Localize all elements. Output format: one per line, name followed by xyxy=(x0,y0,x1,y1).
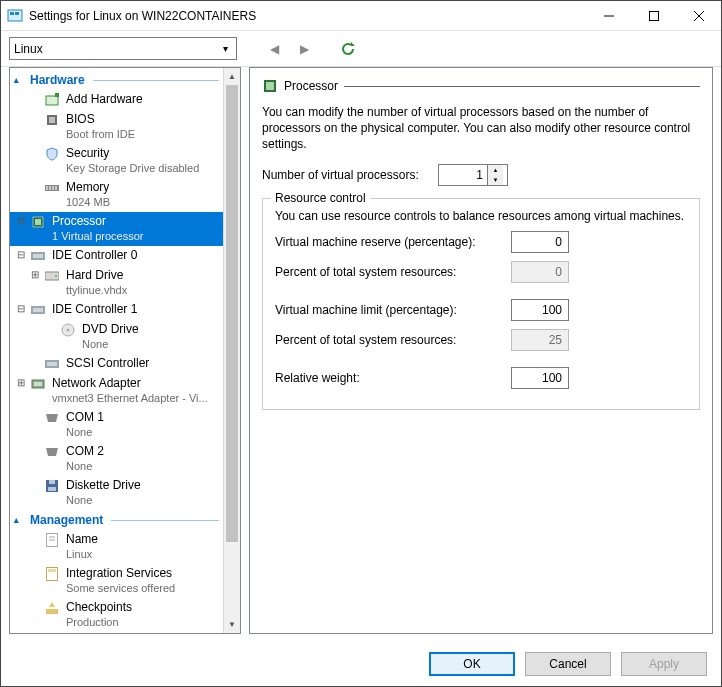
ok-button[interactable]: OK xyxy=(429,652,515,676)
tree-item-hard-drive[interactable]: ⊞ Hard Drivettylinue.vhdx xyxy=(10,266,223,300)
tree-item-checkpoints[interactable]: CheckpointsProduction xyxy=(10,598,223,632)
expand-icon[interactable]: ⊞ xyxy=(14,376,28,390)
scroll-up-button[interactable]: ▲ xyxy=(224,68,240,85)
svg-rect-1 xyxy=(10,12,14,15)
app-icon xyxy=(7,8,23,24)
refresh-button[interactable] xyxy=(337,38,359,60)
svg-rect-32 xyxy=(48,487,56,491)
apply-button[interactable]: Apply xyxy=(621,652,707,676)
chevron-up-icon: ▴ xyxy=(14,515,26,525)
tree-item-network-adapter[interactable]: ⊞ Network Adaptervmxnet3 Ethernet Adapte… xyxy=(10,374,223,408)
controller-icon xyxy=(30,302,46,318)
spinner-up-button[interactable]: ▲ xyxy=(488,165,503,175)
svg-rect-2 xyxy=(15,12,19,15)
tree-item-smart-paging[interactable]: Smart Paging File LocationC:\ProgramData… xyxy=(10,632,223,633)
memory-icon xyxy=(44,180,60,196)
serial-port-icon xyxy=(44,444,60,460)
scroll-down-button[interactable]: ▼ xyxy=(224,616,240,633)
tree-item-security[interactable]: SecurityKey Storage Drive disabled xyxy=(10,144,223,178)
chevron-up-icon: ▴ xyxy=(14,75,26,85)
hardware-section-header[interactable]: ▴ Hardware xyxy=(10,70,223,90)
tree-item-add-hardware[interactable]: Add Hardware xyxy=(10,90,223,110)
vm-selector-dropdown[interactable]: Linux ▾ xyxy=(9,37,237,60)
num-processors-spinner[interactable]: ▲ ▼ xyxy=(438,164,508,186)
limit-pct-display xyxy=(511,329,569,351)
divider xyxy=(93,80,219,81)
controller-icon xyxy=(44,356,60,372)
tree-item-ide0[interactable]: ⊟ IDE Controller 0 xyxy=(10,246,223,266)
expand-icon[interactable]: ⊞ xyxy=(14,214,28,228)
floppy-icon xyxy=(44,478,60,494)
expand-icon[interactable]: ⊞ xyxy=(28,268,42,282)
detail-pane: Processor You can modify the number of v… xyxy=(249,67,713,634)
hardware-section-label: Hardware xyxy=(30,73,85,87)
limit-pct-label: Percent of total system resources: xyxy=(275,333,505,347)
window-title: Settings for Linux on WIN22CONTAINERS xyxy=(29,9,586,23)
num-processors-label: Number of virtual processors: xyxy=(262,168,432,182)
tree-item-ide1[interactable]: ⊟ IDE Controller 1 xyxy=(10,300,223,320)
limit-label: Virtual machine limit (percentage): xyxy=(275,303,505,317)
close-button[interactable] xyxy=(676,1,721,31)
svg-rect-29 xyxy=(34,382,42,386)
svg-rect-38 xyxy=(46,609,58,614)
divider xyxy=(344,86,700,87)
collapse-icon[interactable]: ⊟ xyxy=(14,302,28,316)
tree-item-integration[interactable]: Integration ServicesSome services offere… xyxy=(10,564,223,598)
disc-icon xyxy=(60,322,76,338)
tree-item-dvd-drive[interactable]: DVD DriveNone xyxy=(10,320,223,354)
svg-rect-12 xyxy=(46,186,48,190)
serial-port-icon xyxy=(44,410,60,426)
spinner-down-button[interactable]: ▼ xyxy=(488,175,503,185)
tree-item-name[interactable]: NameLinux xyxy=(10,530,223,564)
reserve-input[interactable] xyxy=(511,231,569,253)
settings-tree: ▴ Hardware Add Hardware BIOSBoot from ID… xyxy=(9,67,241,634)
tree-item-processor[interactable]: ⊞ Processor1 Virtual processor xyxy=(10,212,223,246)
scroll-thumb[interactable] xyxy=(226,85,238,542)
chevron-down-icon: ▾ xyxy=(218,43,232,54)
nav-forward-button[interactable]: ▶ xyxy=(293,38,315,60)
weight-label: Relative weight: xyxy=(275,371,505,385)
tree-item-diskette[interactable]: Diskette DriveNone xyxy=(10,476,223,510)
detail-title: Processor xyxy=(284,79,338,93)
integration-icon xyxy=(44,566,60,582)
collapse-icon[interactable]: ⊟ xyxy=(14,248,28,262)
svg-rect-31 xyxy=(49,480,55,484)
controller-icon xyxy=(30,248,46,264)
limit-input[interactable] xyxy=(511,299,569,321)
processor-icon xyxy=(262,78,278,94)
svg-rect-8 xyxy=(55,93,59,97)
hard-drive-icon xyxy=(44,268,60,284)
svg-rect-14 xyxy=(52,186,54,190)
management-section-header[interactable]: ▴ Management xyxy=(10,510,223,530)
svg-point-25 xyxy=(67,329,70,332)
tree-scrollbar[interactable]: ▲ ▼ xyxy=(223,68,240,633)
management-section-label: Management xyxy=(30,513,103,527)
checkpoints-icon xyxy=(44,600,60,616)
tree-item-com2[interactable]: COM 2None xyxy=(10,442,223,476)
minimize-button[interactable] xyxy=(586,1,631,31)
svg-rect-13 xyxy=(49,186,51,190)
tree-item-bios[interactable]: BIOSBoot from IDE xyxy=(10,110,223,144)
detail-header: Processor xyxy=(262,78,700,94)
svg-rect-37 xyxy=(48,569,56,572)
cancel-button[interactable]: Cancel xyxy=(525,652,611,676)
weight-input[interactable] xyxy=(511,367,569,389)
vm-selector-value: Linux xyxy=(14,42,218,56)
chip-icon xyxy=(44,112,60,128)
svg-rect-10 xyxy=(49,117,55,123)
tree-item-memory[interactable]: Memory1024 MB xyxy=(10,178,223,212)
fieldset-description: You can use resource controls to balance… xyxy=(275,209,687,223)
processor-icon xyxy=(30,214,46,230)
svg-rect-43 xyxy=(266,82,274,90)
divider xyxy=(111,520,219,521)
resource-control-fieldset: Resource control You can use resource co… xyxy=(262,198,700,410)
body: ▴ Hardware Add Hardware BIOSBoot from ID… xyxy=(1,67,721,642)
svg-rect-23 xyxy=(33,308,43,312)
nav-back-button[interactable]: ◀ xyxy=(263,38,285,60)
num-processors-input[interactable] xyxy=(439,165,487,185)
fieldset-legend: Resource control xyxy=(271,191,370,205)
svg-rect-15 xyxy=(55,186,57,190)
maximize-button[interactable] xyxy=(631,1,676,31)
tree-item-scsi[interactable]: SCSI Controller xyxy=(10,354,223,374)
tree-item-com1[interactable]: COM 1None xyxy=(10,408,223,442)
